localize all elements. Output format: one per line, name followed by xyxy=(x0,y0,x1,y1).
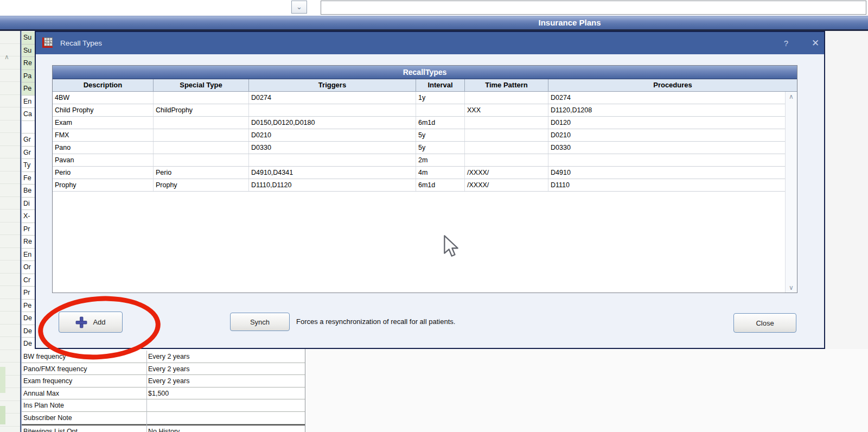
list-item[interactable]: Gr xyxy=(22,134,35,147)
grid-cell: D0210 xyxy=(548,129,797,141)
scroll-down-icon[interactable]: ∨ xyxy=(786,284,797,291)
grid-cell xyxy=(154,92,249,104)
table-row[interactable]: 4BW D0274 1y D0274 xyxy=(53,92,797,104)
table-row[interactable]: Bitewings List Opt No History xyxy=(22,425,305,432)
benefit-value: $1,500 xyxy=(148,387,169,400)
synch-button[interactable]: Synch xyxy=(230,313,290,331)
grid-cell xyxy=(154,154,249,166)
grid-cell xyxy=(465,142,548,154)
table-row[interactable]: Perio Perio D4910,D4341 4m /XXXX/ D4910 xyxy=(53,167,797,179)
grid-cell: 4BW xyxy=(53,92,154,104)
list-item[interactable] xyxy=(22,121,35,134)
vertical-scrollbar[interactable]: ∧ ∨ xyxy=(785,92,797,293)
list-item[interactable]: Ca xyxy=(22,108,35,121)
benefit-table: BW frequency Every 2 years Pano/FMX freq… xyxy=(22,349,305,432)
list-item[interactable]: De xyxy=(22,338,35,349)
benefit-label: Ins Plan Note xyxy=(23,399,64,412)
grid-cell: Perio xyxy=(53,167,154,179)
benefit-value: Every 2 years xyxy=(148,375,189,387)
grid-cell xyxy=(154,117,249,129)
list-item[interactable]: En xyxy=(22,249,35,262)
close-button[interactable]: Close xyxy=(733,313,796,333)
list-item[interactable]: Ty xyxy=(22,159,35,172)
list-item[interactable]: Re xyxy=(22,57,35,70)
table-row[interactable]: Ins Plan Note xyxy=(22,399,305,412)
help-button[interactable]: ? xyxy=(778,32,794,54)
grid-cell: D1110 xyxy=(548,179,797,191)
grid-cell: /XXXX/ xyxy=(465,179,548,191)
grid-cell xyxy=(154,142,249,154)
grid-cell: D0330 xyxy=(249,142,416,154)
list-item[interactable]: Di xyxy=(22,198,35,211)
grid-cell xyxy=(465,117,548,129)
table-row[interactable]: Annual Max $1,500 xyxy=(22,387,305,400)
list-item[interactable]: X- xyxy=(22,210,35,223)
benefit-value: Every 2 years xyxy=(148,351,189,363)
grid-cell: D1120,D1208 xyxy=(548,104,797,116)
grid-cell: Pavan xyxy=(53,154,154,166)
table-row[interactable]: Pavan 2m xyxy=(53,154,797,167)
table-row[interactable]: Exam frequency Every 2 years xyxy=(22,375,305,387)
close-button-label: Close xyxy=(756,319,774,327)
dialog-titlebar[interactable]: Recall Types ? ✕ xyxy=(36,32,824,54)
grid-cell: D0120 xyxy=(548,117,797,129)
grid-cell xyxy=(465,92,548,104)
column-header: Procedures xyxy=(548,79,797,91)
list-item[interactable]: Fe xyxy=(22,172,35,185)
list-item[interactable]: Pe xyxy=(22,82,35,96)
list-item[interactable]: Cr xyxy=(22,274,35,287)
benefit-value: Every 2 years xyxy=(148,363,189,376)
table-row[interactable]: FMX D0210 5y D0210 xyxy=(53,129,797,142)
scroll-up-icon[interactable]: ∧ xyxy=(4,53,9,61)
insurance-plans-title: Insurance Plans xyxy=(538,18,601,27)
table-row[interactable]: Prophy Prophy D1110,D1120 6m1d /XXXX/ D1… xyxy=(53,179,797,192)
list-item[interactable]: En xyxy=(22,96,35,109)
grid-cell xyxy=(249,154,416,166)
grid-cell: FMX xyxy=(53,129,154,141)
dropdown-button[interactable]: ⌄ xyxy=(291,1,307,14)
list-item[interactable]: Pr xyxy=(22,223,35,236)
table-row[interactable]: Subscriber Note xyxy=(22,412,305,424)
table-row[interactable]: Exam D0150,D0120,D0180 6m1d D0120 xyxy=(53,117,797,129)
list-item[interactable]: Pr xyxy=(22,287,35,300)
grid-cell xyxy=(465,129,548,141)
synch-button-label: Synch xyxy=(250,318,270,326)
list-item[interactable]: De xyxy=(22,312,35,325)
top-text-field[interactable] xyxy=(321,1,866,15)
grid-cell: Pano xyxy=(53,142,154,154)
benefit-label: Pano/FMX frequency xyxy=(23,363,87,376)
list-item[interactable]: Be xyxy=(22,185,35,198)
grid-header-row: Description Special Type Triggers Interv… xyxy=(53,79,797,92)
list-item[interactable]: Su xyxy=(22,45,35,58)
synch-note: Forces a resynchronization of recall for… xyxy=(296,313,455,331)
list-item[interactable]: Su xyxy=(22,31,35,45)
table-row[interactable]: Pano D0330 5y D0330 xyxy=(53,142,797,154)
benefit-label: Bitewings List Opt xyxy=(23,425,78,432)
highlight-block xyxy=(0,406,5,424)
list-item[interactable]: Re xyxy=(22,236,35,249)
list-item[interactable]: Or xyxy=(22,261,35,274)
list-item[interactable]: Pe xyxy=(22,300,35,313)
highlight-block xyxy=(0,367,5,393)
grid-cell: 1y xyxy=(416,92,465,104)
column-header: Time Pattern xyxy=(465,79,548,91)
grid-cell: Perio xyxy=(154,167,249,179)
right-background-panel xyxy=(825,31,868,349)
grid-cell: 6m1d xyxy=(416,179,465,191)
mouse-cursor xyxy=(443,234,459,258)
grid-cell: Prophy xyxy=(154,179,249,191)
table-row[interactable]: Pano/FMX frequency Every 2 years xyxy=(22,363,305,376)
scroll-up-icon[interactable]: ∧ xyxy=(786,93,797,100)
grid-cell: 2m xyxy=(416,154,465,166)
grid-cell: D0274 xyxy=(249,92,416,104)
insurance-plans-titlebar: Insurance Plans xyxy=(0,16,868,31)
background-toolbar: ⌄ xyxy=(0,0,868,16)
grid-cell xyxy=(416,104,465,116)
close-icon[interactable]: ✕ xyxy=(806,32,825,54)
recall-types-dialog: Recall Types ? ✕ RecallTypes Description… xyxy=(35,31,825,349)
list-item[interactable]: De xyxy=(22,325,35,338)
app-grid-icon xyxy=(42,37,53,48)
list-item[interactable]: Gr xyxy=(22,147,35,160)
list-item[interactable]: Pa xyxy=(22,70,35,83)
table-row[interactable]: Child Prophy ChildProphy XXX D1120,D1208 xyxy=(53,104,797,117)
